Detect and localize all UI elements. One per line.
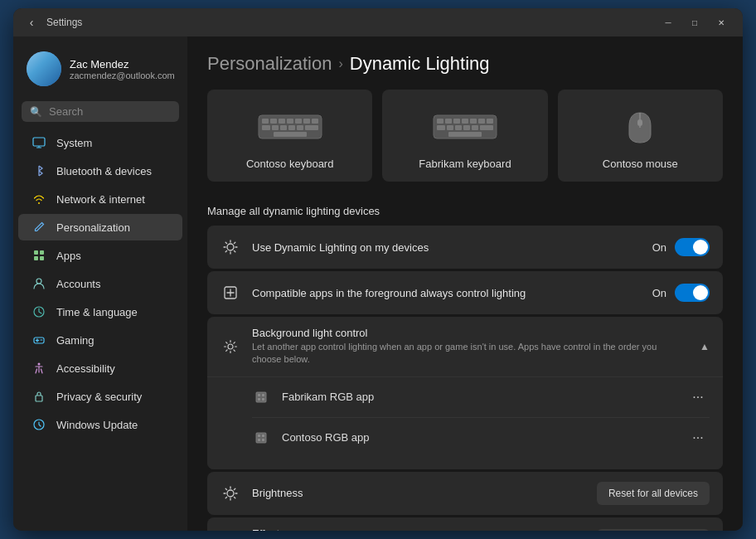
svg-rect-40 (448, 132, 482, 137)
breadcrumb-parent[interactable]: Personalization (207, 53, 332, 75)
titlebar-controls: ─ □ ✕ (657, 14, 733, 31)
bluetooth-icon (32, 163, 46, 178)
setting-item-compatible-apps[interactable]: Compatible apps in the foreground always… (207, 271, 723, 314)
svg-rect-42 (637, 119, 642, 126)
fabrikam-rgb-icon (252, 388, 270, 406)
svg-rect-38 (472, 125, 478, 130)
keyboard-icon-fabrikam (432, 106, 498, 148)
device-card-contoso-keyboard[interactable]: Contoso keyboard (207, 90, 372, 182)
sidebar-item-privacy[interactable]: Privacy & security (18, 383, 182, 410)
svg-rect-49 (258, 398, 260, 401)
device-name-contoso-mouse: Contoso mouse (603, 158, 678, 170)
apps-icon (32, 248, 46, 263)
breadcrumb: Personalization › Dynamic Lighting (207, 53, 723, 75)
device-card-fabrikam-keyboard[interactable]: Fabrikam keyboard (382, 90, 547, 182)
reset-button-effects[interactable]: Reset for all devices (597, 529, 710, 531)
more-button-contoso-rgb[interactable]: ··· (686, 426, 710, 449)
setting-text-background-light: Background light control Let another app… (252, 327, 688, 367)
accounts-icon (32, 276, 46, 291)
device-name-contoso-keyboard: Contoso keyboard (246, 158, 334, 170)
time-icon (32, 304, 46, 319)
svg-rect-39 (480, 125, 493, 130)
sidebar-item-accessibility[interactable]: Accessibility (18, 355, 182, 381)
user-profile[interactable]: Zac Mendez zacmendez@outlook.com (13, 43, 187, 98)
toggle-compatible-apps[interactable] (675, 284, 710, 302)
svg-rect-2 (40, 250, 44, 255)
setting-right-effects: Reset for all devices (597, 529, 710, 531)
svg-rect-18 (312, 119, 318, 124)
svg-rect-16 (295, 119, 302, 124)
reset-button-brightness[interactable]: Reset for all devices (597, 482, 710, 505)
avatar (27, 51, 61, 86)
system-icon (32, 135, 46, 150)
setting-right-dynamic-lighting: On (652, 238, 710, 256)
svg-rect-33 (487, 119, 493, 124)
settings-window: ‹ Settings ─ □ ✕ Zac Mendez zacmendez@ou… (13, 8, 743, 531)
setting-text-effects: Effects Choose color themes and effects … (252, 527, 585, 531)
sidebar-item-bluetooth[interactable]: Bluetooth & devices (18, 158, 182, 184)
sidebar-item-network[interactable]: Network & internet (18, 186, 182, 212)
svg-rect-29 (453, 119, 460, 124)
setting-title-brightness: Brightness (252, 487, 585, 499)
svg-rect-27 (437, 119, 443, 124)
close-button[interactable]: ✕ (710, 14, 733, 31)
setting-text-brightness: Brightness (252, 487, 585, 499)
sub-label-fabrikam-rgb: Fabrikam RGB app (282, 391, 675, 403)
setting-title-dynamic-lighting: Use Dynamic Lighting on my devices (252, 241, 641, 254)
device-name-fabrikam-keyboard: Fabrikam keyboard (419, 158, 511, 170)
setting-title-background-light: Background light control (252, 327, 688, 339)
sidebar-item-apps[interactable]: Apps (18, 242, 182, 269)
svg-rect-52 (258, 435, 260, 437)
windows-update-icon (32, 417, 46, 432)
svg-rect-4 (40, 256, 44, 260)
sidebar-item-accounts[interactable]: Accounts (18, 270, 182, 297)
sidebar-item-gaming[interactable]: Gaming (18, 327, 182, 353)
user-info: Zac Mendez zacmendez@outlook.com (70, 58, 175, 80)
status-dynamic-lighting: On (652, 241, 666, 254)
privacy-icon (32, 389, 46, 404)
sidebar-item-windows-update[interactable]: Windows Update (18, 411, 182, 438)
setting-right-compatible-apps: On (652, 284, 710, 302)
sidebar-item-personalization[interactable]: Personalization (18, 214, 182, 240)
setting-item-background-light[interactable]: Background light control Let another app… (207, 317, 723, 376)
status-compatible-apps: On (652, 287, 666, 299)
minimize-button[interactable]: ─ (657, 14, 680, 31)
sidebar-item-system[interactable]: System (18, 129, 182, 156)
sub-item-fabrikam-rgb: Fabrikam RGB app ··· (252, 377, 710, 417)
svg-rect-53 (262, 435, 264, 437)
svg-point-5 (36, 279, 41, 284)
sidebar-label-windows-update: Windows Update (56, 419, 138, 431)
gaming-icon (32, 333, 46, 347)
section-header: Manage all dynamic lighting devices (207, 198, 723, 226)
sidebar-item-time[interactable]: Time & language (18, 299, 182, 325)
svg-rect-24 (305, 125, 318, 130)
more-button-fabrikam-rgb[interactable]: ··· (686, 386, 710, 409)
svg-rect-9 (36, 396, 42, 401)
sidebar-label-gaming: Gaming (56, 334, 94, 347)
setting-title-effects: Effects (252, 527, 585, 531)
svg-rect-32 (478, 119, 485, 124)
sidebar-label-accounts: Accounts (56, 278, 100, 290)
svg-rect-54 (258, 439, 260, 441)
search-input[interactable] (49, 105, 171, 118)
device-cards: Contoso keyboard (207, 90, 723, 182)
setting-item-brightness: Brightness Reset for all devices (207, 472, 723, 515)
svg-rect-30 (462, 119, 468, 124)
sidebar-label-network: Network & internet (56, 193, 145, 206)
sub-item-contoso-rgb: Contoso RGB app ··· (252, 417, 710, 458)
maximize-button[interactable]: □ (683, 14, 706, 31)
search-box[interactable]: 🔍 (22, 101, 179, 122)
svg-rect-22 (288, 125, 295, 130)
svg-rect-19 (262, 125, 270, 130)
setting-item-dynamic-lighting[interactable]: Use Dynamic Lighting on my devices On (207, 226, 723, 269)
sidebar-label-time: Time & language (56, 306, 138, 318)
back-button[interactable]: ‹ (23, 14, 40, 31)
search-icon: 🔍 (30, 106, 42, 118)
gear-icon (220, 337, 240, 357)
toggle-dynamic-lighting[interactable] (675, 238, 710, 256)
user-email: zacmendez@outlook.com (70, 70, 175, 80)
device-card-contoso-mouse[interactable]: Contoso mouse (558, 90, 723, 182)
svg-rect-17 (303, 119, 310, 124)
chevron-up-icon: ▲ (700, 341, 710, 352)
titlebar-left: ‹ Settings (23, 14, 82, 31)
